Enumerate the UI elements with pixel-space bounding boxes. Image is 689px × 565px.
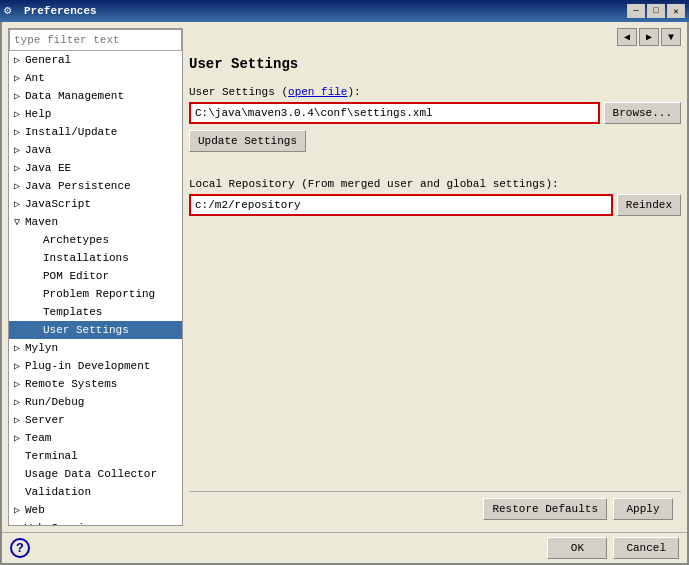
sidebar-item-templates[interactable]: Templates xyxy=(9,303,182,321)
sidebar-item-install-update[interactable]: ▷Install/Update xyxy=(9,123,182,141)
sidebar: ▷General▷Ant▷Data Management▷Help▷Instal… xyxy=(8,28,183,526)
sidebar-item-label: Ant xyxy=(25,72,45,84)
sidebar-item-label: Java xyxy=(25,144,51,156)
expand-icon: ▷ xyxy=(11,144,23,156)
sidebar-item-help[interactable]: ▷Help xyxy=(9,105,182,123)
sidebar-item-pom-editor[interactable]: POM Editor xyxy=(9,267,182,285)
browse-button[interactable]: Browse... xyxy=(604,102,681,124)
ok-button[interactable]: OK xyxy=(547,537,607,559)
maximize-button[interactable]: □ xyxy=(647,4,665,18)
local-repo-path-input[interactable] xyxy=(189,194,613,216)
sidebar-item-label: User Settings xyxy=(43,324,129,336)
expand-icon: ▷ xyxy=(11,126,23,138)
sidebar-item-label: Usage Data Collector xyxy=(25,468,157,480)
sidebar-item-label: Archetypes xyxy=(43,234,109,246)
footer-buttons: OK Cancel xyxy=(547,537,679,559)
sidebar-item-label: Plug-in Development xyxy=(25,360,150,372)
sidebar-item-label: Run/Debug xyxy=(25,396,84,408)
cancel-button[interactable]: Cancel xyxy=(613,537,679,559)
expand-icon: ▷ xyxy=(11,378,23,390)
user-settings-path-input[interactable] xyxy=(189,102,600,124)
tree-area: ▷General▷Ant▷Data Management▷Help▷Instal… xyxy=(9,51,182,525)
sidebar-item-label: Help xyxy=(25,108,51,120)
expand-icon: ▷ xyxy=(11,108,23,120)
help-button[interactable]: ? xyxy=(10,538,30,558)
sidebar-item-label: Maven xyxy=(25,216,58,228)
user-settings-input-row: Browse... xyxy=(189,102,681,124)
sidebar-item-label: Installations xyxy=(43,252,129,264)
preferences-dialog: ▷General▷Ant▷Data Management▷Help▷Instal… xyxy=(0,22,689,565)
sidebar-item-data-management[interactable]: ▷Data Management xyxy=(9,87,182,105)
title-bar-buttons: ─ □ ✕ xyxy=(627,4,685,18)
title-bar-text: Preferences xyxy=(24,5,627,17)
sidebar-item-maven[interactable]: ▽Maven xyxy=(9,213,182,231)
sidebar-item-label: Remote Systems xyxy=(25,378,117,390)
update-settings-button[interactable]: Update Settings xyxy=(189,130,306,152)
sidebar-item-web[interactable]: ▷Web xyxy=(9,501,182,519)
spacer xyxy=(189,230,681,483)
sidebar-item-label: Mylyn xyxy=(25,342,58,354)
sidebar-item-validation[interactable]: Validation xyxy=(9,483,182,501)
sidebar-item-user-settings[interactable]: User Settings xyxy=(9,321,182,339)
sidebar-item-label: Web Services xyxy=(25,522,104,525)
sidebar-item-java-ee[interactable]: ▷Java EE xyxy=(9,159,182,177)
close-button[interactable]: ✕ xyxy=(667,4,685,18)
minimize-button[interactable]: ─ xyxy=(627,4,645,18)
sidebar-item-installations[interactable]: Installations xyxy=(9,249,182,267)
sidebar-item-web-services[interactable]: ▷Web Services xyxy=(9,519,182,525)
expand-icon: ▷ xyxy=(11,342,23,354)
user-settings-section: User Settings (open file): Browse... Upd… xyxy=(189,86,681,152)
collapse-icon: ▽ xyxy=(11,216,23,228)
sidebar-item-ant[interactable]: ▷Ant xyxy=(9,69,182,87)
expand-icon: ▷ xyxy=(11,360,23,372)
back-button[interactable]: ◀ xyxy=(617,28,637,46)
reindex-button[interactable]: Reindex xyxy=(617,194,681,216)
sidebar-item-label: Java Persistence xyxy=(25,180,131,192)
expand-icon: ▷ xyxy=(11,432,23,444)
sidebar-item-label: Web xyxy=(25,504,45,516)
sidebar-item-label: Templates xyxy=(43,306,102,318)
apply-button[interactable]: Apply xyxy=(613,498,673,520)
sidebar-item-problem-reporting[interactable]: Problem Reporting xyxy=(9,285,182,303)
local-repo-section: Local Repository (From merged user and g… xyxy=(189,178,681,222)
expand-icon: ▷ xyxy=(11,54,23,66)
open-file-link[interactable]: open file xyxy=(288,86,347,98)
user-settings-label: User Settings (open file): xyxy=(189,86,681,98)
sidebar-item-usage-data-collector[interactable]: Usage Data Collector xyxy=(9,465,182,483)
sidebar-item-mylyn[interactable]: ▷Mylyn xyxy=(9,339,182,357)
sidebar-item-label: Validation xyxy=(25,486,91,498)
sidebar-item-plugin-development[interactable]: ▷Plug-in Development xyxy=(9,357,182,375)
sidebar-item-label: POM Editor xyxy=(43,270,109,282)
sidebar-item-archetypes[interactable]: Archetypes xyxy=(9,231,182,249)
filter-input[interactable] xyxy=(9,29,182,51)
sidebar-item-general[interactable]: ▷General xyxy=(9,51,182,69)
expand-icon: ▷ xyxy=(11,522,23,525)
title-bar: ⚙ Preferences ─ □ ✕ xyxy=(0,0,689,22)
expand-icon: ▷ xyxy=(11,180,23,192)
sidebar-item-label: Java EE xyxy=(25,162,71,174)
expand-icon: ▷ xyxy=(11,396,23,408)
sidebar-item-run-debug[interactable]: ▷Run/Debug xyxy=(9,393,182,411)
nav-bar: ◀ ▶ ▼ xyxy=(189,28,681,46)
main-panel: ◀ ▶ ▼ User Settings User Settings (open … xyxy=(189,28,681,526)
forward-button[interactable]: ▶ xyxy=(639,28,659,46)
local-repo-input-row: Reindex xyxy=(189,194,681,216)
sidebar-item-label: Server xyxy=(25,414,65,426)
sidebar-item-terminal[interactable]: Terminal xyxy=(9,447,182,465)
sidebar-item-remote-systems[interactable]: ▷Remote Systems xyxy=(9,375,182,393)
sidebar-item-label: Install/Update xyxy=(25,126,117,138)
sidebar-item-label: General xyxy=(25,54,71,66)
panel-title: User Settings xyxy=(189,56,681,72)
sidebar-item-javascript[interactable]: ▷JavaScript xyxy=(9,195,182,213)
restore-defaults-button[interactable]: Restore Defaults xyxy=(483,498,607,520)
preferences-icon: ⚙ xyxy=(4,3,20,19)
nav-dropdown-button[interactable]: ▼ xyxy=(661,28,681,46)
update-settings-row: Update Settings xyxy=(189,130,681,152)
local-repo-label: Local Repository (From merged user and g… xyxy=(189,178,681,190)
expand-icon: ▷ xyxy=(11,198,23,210)
sidebar-item-java[interactable]: ▷Java xyxy=(9,141,182,159)
sidebar-item-server[interactable]: ▷Server xyxy=(9,411,182,429)
sidebar-item-team[interactable]: ▷Team xyxy=(9,429,182,447)
sidebar-item-label: Terminal xyxy=(25,450,78,462)
sidebar-item-java-persistence[interactable]: ▷Java Persistence xyxy=(9,177,182,195)
